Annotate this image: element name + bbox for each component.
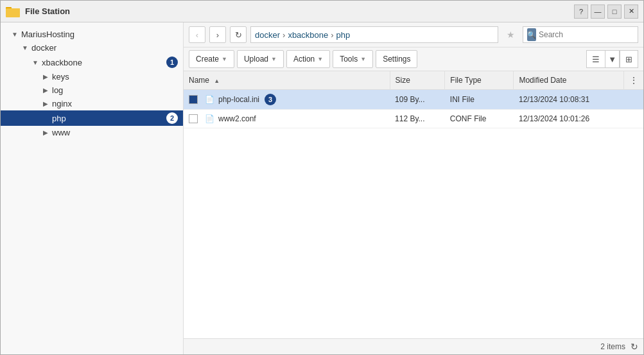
sidebar-item-label: log [52,85,178,95]
window-title: File Station [25,6,70,16]
minimize-button[interactable]: — [591,4,605,19]
file-size: 109 By... [390,90,445,110]
search-icon: 🔍 [527,31,536,39]
search-input[interactable] [539,30,635,39]
status-bar: 2 items ↻ [184,338,643,354]
tools-arrow: ▼ [360,56,366,62]
path-part3: php [336,30,351,40]
action-label: Action [293,55,315,64]
settings-button[interactable]: Settings [376,50,417,68]
action-bar: Create ▼ Upload ▼ Action ▼ Tools ▼ Setti… [184,48,643,71]
table-row[interactable]: 📄www2.conf112 By...CONF File12/13/2024 1… [184,110,643,128]
sidebar-item-www[interactable]: ▶ www [1,126,183,139]
grid-view-button[interactable]: ⊞ [620,50,638,68]
path-toolbar: ‹ › ↻ docker › xbackbone › php ★ 🔍 [184,22,643,48]
file-name-cell: 📄www2.conf [184,110,390,128]
column-type[interactable]: File Type [445,71,514,90]
path-part1: docker [255,30,280,40]
view-buttons: ☰ ▼ ⊞ [586,50,638,68]
sidebar-item-label: keys [52,72,178,82]
app-icon [6,6,20,17]
table-header: Name ▲ Size File Type Modified Date [184,71,643,90]
create-arrow: ▼ [222,56,227,62]
sidebar-badge: 2 [166,112,178,124]
file-name: www2.conf [218,114,256,123]
action-arrow: ▼ [317,56,323,62]
create-label: Create [196,55,219,64]
tools-label: Tools [340,55,358,64]
sidebar-item-keys[interactable]: ▶ keys [1,70,183,83]
sidebar-item-docker[interactable]: ▼ docker [1,41,183,55]
tree-arrow: ▼ [31,59,39,66]
table-row[interactable]: 📄php-local.ini3109 By...INI File12/13/20… [184,90,643,110]
sidebar-badge: 1 [166,56,178,68]
sidebar-item-nginx[interactable]: ▶ nginx [1,97,183,110]
sidebar: ▼ MariusHosting ▼ docker ▼ xbackbone 1 ▶… [1,22,184,354]
create-button[interactable]: Create ▼ [189,50,234,68]
file-name: php-local.ini [218,95,259,104]
favorite-button[interactable]: ★ [502,26,519,43]
svg-rect-2 [6,8,20,17]
column-size[interactable]: Size [390,71,445,90]
help-button[interactable]: ? [574,4,588,19]
path-sep1: › [283,30,285,40]
sidebar-item-log[interactable]: ▶ log [1,83,183,97]
list-view-split-button[interactable]: ▼ [605,50,620,68]
app-window: File Station ? — □ ✕ ▼ MariusHosting ▼ d… [0,0,644,355]
file-checkbox[interactable] [189,114,198,123]
search-bar: 🔍 [523,26,638,43]
path-sep2: › [331,30,333,40]
file-type: CONF File [445,110,514,128]
file-more [623,90,643,110]
sidebar-item-mariushosting[interactable]: ▼ MariusHosting [1,28,183,41]
path-bar: docker › xbackbone › php [250,26,498,43]
file-name-cell: 📄php-local.ini3 [184,90,390,110]
close-button[interactable]: ✕ [624,4,638,19]
sidebar-item-label: xbackbone [42,58,162,67]
sidebar-item-label: MariusHosting [21,30,178,39]
path-part2: xbackbone [288,30,328,40]
more-columns-button[interactable]: ⋮ [629,75,638,85]
title-bar: File Station ? — □ ✕ [1,1,643,22]
forward-button[interactable]: › [209,26,226,43]
column-date[interactable]: Modified Date [514,71,624,90]
sidebar-item-xbackbone[interactable]: ▼ xbackbone 1 [1,55,183,70]
file-date: 12/13/2024 10:01:26 [514,110,624,128]
sidebar-item-php[interactable]: php 2 [1,110,183,126]
title-bar-left: File Station [6,6,70,17]
refresh-path-button[interactable]: ↻ [230,26,247,43]
file-table: Name ▲ Size File Type Modified Date [184,71,643,338]
file-icon: 📄 [204,114,214,124]
list-view-button[interactable]: ☰ [586,50,605,68]
sort-arrow: ▲ [214,78,220,84]
file-badge: 3 [265,94,276,105]
settings-label: Settings [383,55,410,64]
tree-arrow: ▶ [42,129,49,136]
tree-arrow: ▼ [21,44,29,51]
file-type: INI File [445,90,514,110]
sidebar-item-label: nginx [52,99,178,108]
maximize-button[interactable]: □ [607,4,622,19]
file-date: 12/13/2024 10:08:31 [514,90,624,110]
tree-arrow: ▶ [42,73,49,80]
file-checkbox[interactable] [189,95,198,104]
file-panel: ‹ › ↻ docker › xbackbone › php ★ 🔍 [184,22,643,354]
sidebar-item-label: php [52,114,162,123]
sidebar-item-label: www [52,128,178,137]
file-icon: 📄 [204,94,214,105]
upload-label: Upload [244,55,268,64]
file-more [623,110,643,128]
back-button[interactable]: ‹ [189,26,205,43]
tree-arrow: ▶ [42,87,49,94]
item-count: 2 items [600,342,625,351]
upload-button[interactable]: Upload ▼ [237,50,284,68]
tree-arrow: ▼ [11,31,19,38]
tree-arrow: ▶ [42,100,49,107]
column-more: ⋮ [623,71,643,90]
status-refresh-button[interactable]: ↻ [631,342,638,352]
action-button[interactable]: Action ▼ [286,50,330,68]
search-icon-button[interactable]: 🔍 [527,28,536,41]
column-name[interactable]: Name ▲ [184,71,390,90]
upload-arrow: ▼ [271,56,277,62]
tools-button[interactable]: Tools ▼ [333,50,373,68]
